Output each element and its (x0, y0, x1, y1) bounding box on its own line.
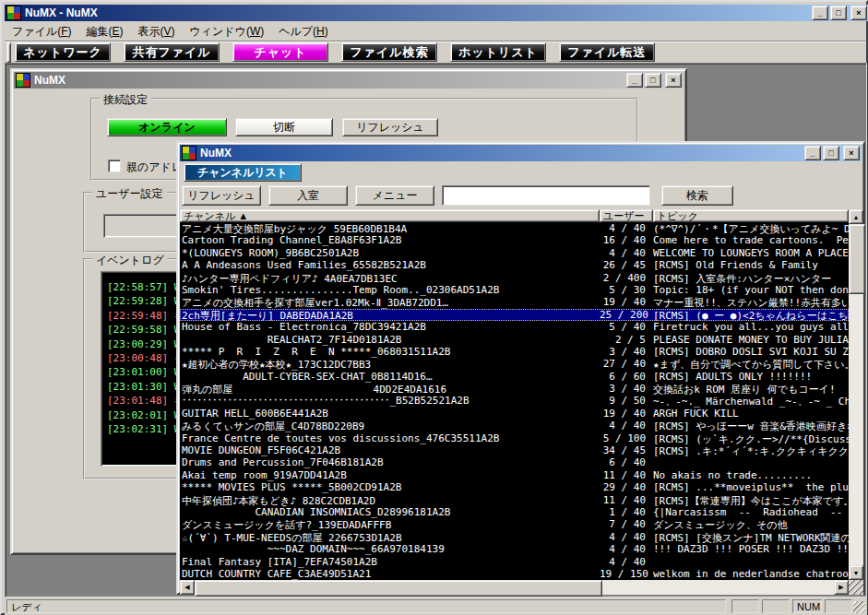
list-refresh-button[interactable]: リフレッシュ (182, 185, 261, 206)
resize-grip[interactable] (849, 580, 863, 595)
parent-address-checkbox[interactable] (108, 160, 121, 172)
channel-row[interactable]: ☆(´∀`) T-MUE-NEEDSの部屋_2266753D1A2B4 / 40… (180, 531, 849, 543)
channel-row[interactable]: House of Bass - Electronica_78DC39421A2B… (180, 321, 849, 333)
menu-button[interactable]: メニュー (355, 185, 434, 206)
status-message: レディ (6, 599, 726, 613)
main-title-bar[interactable]: NuMX - NuMX _ □ × (5, 5, 868, 21)
toolbar-tab-3[interactable]: ファイル検索 (341, 42, 437, 62)
window-resize-grip[interactable] (853, 601, 865, 613)
channel-row[interactable]: ~~~DAZ DOMAIN~~~_66A9701841394 / 40!!! D… (180, 543, 849, 555)
channel-name: CANADIAN INSOMNIACS_D28996181A2B (180, 506, 600, 518)
channel-topic: ARGH FUCK KILL (653, 408, 849, 420)
channel-row[interactable]: ***** P R I Z R E N *****_068031511A2B3 … (180, 346, 849, 358)
channel-list-title-bar[interactable]: NuMX _ □ × (180, 145, 862, 161)
refresh-button[interactable]: リフレッシュ (342, 118, 438, 136)
close-button[interactable]: × (665, 73, 682, 88)
vertical-scroll-thumb[interactable] (849, 224, 865, 294)
toolbar-tab-0[interactable]: ネットワーク (15, 42, 111, 62)
column-header-topic[interactable]: トピック (653, 209, 849, 222)
channel-name: House of Bass - Electronica_78DC39421A2B (180, 321, 600, 333)
menu-item-file[interactable]: ファイル(F) (5, 22, 78, 41)
channel-row[interactable]: Cartoon Trading Channel_E8A8F63F1A2B16 /… (180, 234, 849, 246)
app-icon (182, 146, 196, 160)
channel-name: France Centre de toutes vos discussions_… (180, 432, 600, 444)
channel-users: 9 / 50 (600, 395, 653, 407)
channel-name: アニメ大量交換部屋byジャック_59EB60DB1B4A (180, 222, 600, 234)
channel-row[interactable]: DUTCH COUNTRY CAFE_C3AE49D51A2119 / 150w… (180, 568, 849, 580)
channel-row[interactable]: ダンスミュージックを話す?_139EDADAFFFB7 / 40ダンスミュージッ… (180, 518, 849, 530)
channel-topic: 交換話おk ROM 居座り 何でもコーイ! (653, 383, 849, 395)
app-icon (6, 6, 21, 20)
maximize-button[interactable]: □ (645, 73, 661, 88)
channel-name: Akai temp room_919A7DD41A2B (180, 469, 600, 481)
channel-row[interactable]: A A Andeasons Used Families_65582B521A2B… (180, 259, 849, 271)
menu-item-help[interactable]: ヘルプ(H) (271, 22, 336, 41)
search-input[interactable] (442, 185, 650, 206)
column-header-channel[interactable]: チャンネル ▲ (180, 209, 600, 222)
column-header-users[interactable]: ユーザー (600, 209, 653, 222)
channel-row[interactable]: ★超初心者の学校★本校★_173C12DC7BB327 / 40★まず、自分で調… (180, 358, 849, 370)
channel-topic (653, 456, 849, 468)
horizontal-scroll-thumb[interactable] (195, 580, 602, 597)
channel-row[interactable]: 2ch専用[またーり]_DABEDADA1A2B25 / 200[RCMS] (… (180, 309, 849, 321)
online-button[interactable]: オンライン (107, 118, 227, 136)
channel-topic: (*^∇^)/´・*【アニメ交換いってみよ~ D.C.3話もあるぞ∩(´∀`)∩… (653, 222, 849, 234)
channel-name: 2ch専用[またーり]_DABEDADA1A2B (180, 309, 600, 321)
scroll-up-button[interactable]: ▲ (849, 209, 863, 224)
minimize-button[interactable]: _ (812, 6, 828, 20)
menu-item-edit[interactable]: 編集(E) (78, 22, 130, 41)
channel-users: 29 / 40 (600, 481, 653, 493)
channel-users: 1 / 40 (600, 506, 653, 518)
maximize-button[interactable]: □ (823, 146, 839, 160)
channel-row[interactable]: REALCHAT2_7F14D0181A2B2 / 5PLEASE DONATE… (180, 334, 849, 346)
toolbar-tab-5[interactable]: ファイル転送 (559, 42, 655, 62)
channel-row[interactable]: 中年探偵団♪本家もどき♪_828C2CDB1A2D11 / 40[RCMS]【常… (180, 494, 849, 506)
scroll-left-button[interactable]: ◀ (180, 580, 195, 595)
channel-topic: [RCMS] 入室条件:ハンター×ハンター (653, 272, 849, 284)
toolbar-tab-4[interactable]: ホットリスト (450, 42, 546, 62)
channel-row[interactable]: ***** MOVIES PLUS *****_5B002CD91A2B29 /… (180, 481, 849, 493)
channel-row[interactable]: Akai temp room_919A7DD41A2B11 / 40No aka… (180, 469, 849, 481)
minimize-button[interactable]: _ (626, 73, 643, 88)
channel-row[interactable]: Smokin' Tires...............Temp Room.._… (180, 284, 849, 296)
channel-row[interactable]: ADULT-CYBER-SEX-CHAT_0B8114D16…6 / 60[RC… (180, 371, 849, 383)
toolbar-tab-2[interactable]: チャット (232, 42, 328, 62)
channel-list: アニメ大量交換部屋byジャック_59EB60DB1B4A4 / 40(*^∇^)… (180, 222, 849, 580)
menu-item-view[interactable]: 表示(V) (130, 22, 182, 41)
tab-channel-list[interactable]: チャンネルリスト (184, 163, 302, 182)
channel-row[interactable]: ････････････････････････････････････････… (180, 395, 849, 407)
channel-users: 2 / 5 (600, 334, 653, 346)
toolbar-tab-1[interactable]: 共有ファイル (124, 42, 220, 62)
channel-row[interactable]: GUITAR HELL_600B6E441A2B19 / 40ARGH FUCK… (180, 408, 849, 420)
channel-row[interactable]: CANADIAN INSOMNIACS_D28996181A2B1 / 40{|… (180, 506, 849, 518)
menu-item-window[interactable]: ウィンドウ(W) (183, 22, 272, 41)
channel-row[interactable]: Final Fantasy [ITA]_7EFA74501A2B4 / 40 (180, 556, 849, 568)
connection-window-title-bar[interactable]: NuMX _ □ × (14, 72, 684, 89)
channel-row[interactable]: アニメ大量交換部屋byジャック_59EB60DB1B4A4 / 40(*^∇^)… (180, 222, 849, 234)
channel-row[interactable]: アニメの交換相手を探す部屋ver1.02Mk-Ⅱ_3DAB72DD1…19 / … (180, 296, 849, 308)
maximize-button[interactable]: □ (830, 6, 847, 20)
search-button[interactable]: 検索 (661, 185, 733, 206)
channel-topic: WELCOME TO LOUNGEYS ROOM A PLACE TO MAKE… (653, 247, 849, 259)
minimize-button[interactable]: _ (804, 146, 821, 160)
channel-users: 19 / 40 (600, 408, 653, 420)
channel-row[interactable]: *(LOUNGEYS ROOM)_9B6BC2501A2B4 / 40WELCO… (180, 247, 849, 259)
scroll-right-button[interactable]: ▶ (834, 580, 849, 595)
channel-row[interactable]: みるくてぃサンの部屋_C4D78BD220B94 / 40[RCMS] やっほー… (180, 420, 849, 432)
channel-row[interactable]: MOVIE DUNGEON_F5F06C421A2B34 / 45[RCMS] … (180, 444, 849, 456)
channel-name: ~~~DAZ DOMAIN~~~_66A970184139 (180, 543, 600, 555)
toolbar-grip[interactable] (6, 42, 11, 63)
channel-row[interactable]: France Centre de toutes vos discussions_… (180, 432, 849, 444)
channel-topic: Topic: 18+ (if your NOT then dont come i… (653, 284, 849, 296)
disconnect-button[interactable]: 切断 (235, 118, 333, 136)
scroll-down-button[interactable]: ▼ (849, 565, 863, 580)
event-log-label: イベントログ (92, 253, 168, 268)
join-room-button[interactable]: 入室 (268, 185, 348, 206)
close-button[interactable]: × (850, 6, 867, 20)
channel-users: 7 / 40 (600, 518, 653, 530)
channel-row[interactable]: Drums and Percussion_7F046B181A2B6 / 40 (180, 456, 849, 468)
close-button[interactable]: × (843, 146, 860, 160)
channel-row[interactable]: 弾丸の部屋 _4DD2E4DA16163 / 40交換話おk ROM 居座り 何… (180, 383, 849, 395)
channel-row[interactable]: ♪ハンター専用ペドフィリア♪_4A0EA7DB13EC2 / 400[RCMS]… (180, 272, 849, 284)
channel-topic: [RCMS] (● ー ●)<2ちゃんねらーはこちら>(● ー ●)■■ 5 (653, 309, 849, 321)
